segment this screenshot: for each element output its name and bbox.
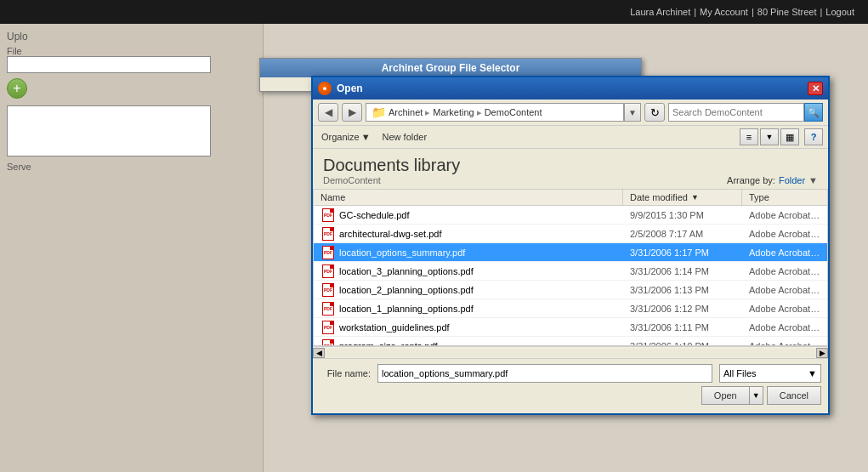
file-path-field[interactable] <box>7 56 211 73</box>
horizontal-scrollbar[interactable]: ◀ ▶ <box>313 346 828 358</box>
cancel-button[interactable]: Cancel <box>767 386 821 405</box>
file-name-cell: GC-schedule.pdf <box>336 210 623 220</box>
file-date-cell: 3/31/2006 1:12 PM <box>623 304 742 314</box>
search-icon-button[interactable]: 🔍 <box>804 103 823 122</box>
file-rows-container: PDF GC-schedule.pdf 9/9/2015 1:30 PM Ado… <box>314 206 827 346</box>
path-chevron-2: ▸ <box>477 107 482 118</box>
file-date-cell: 3/31/2006 1:11 PM <box>623 322 742 333</box>
pdf-icon: PDF <box>321 302 336 316</box>
back-button[interactable]: ◀ <box>318 103 338 122</box>
search-input[interactable] <box>672 107 800 117</box>
file-list-scroll-area[interactable] <box>7 105 211 156</box>
top-navigation-bar: Laura Archinet | My Account | 80 Pine St… <box>0 0 868 24</box>
file-name-cell: program_size_rents.pdf <box>336 341 623 347</box>
file-row[interactable]: PDF workstation_guidelines.pdf 3/31/2006… <box>314 318 827 337</box>
refresh-button[interactable]: ↻ <box>644 103 665 122</box>
scroll-right-button[interactable]: ▶ <box>816 348 828 358</box>
open-dialog-title-text: Open <box>337 82 363 94</box>
column-header-type[interactable]: Type <box>742 190 827 205</box>
pdf-icon: PDF <box>321 246 336 259</box>
upload-label: Uplo <box>7 31 256 43</box>
file-type-cell: Adobe Acrobat Do <box>742 210 827 220</box>
file-row[interactable]: PDF location_2_planning_options.pdf 3/31… <box>314 281 827 299</box>
file-row[interactable]: PDF location_3_planning_options.pdf 3/31… <box>314 262 827 281</box>
file-name-cell: architectural-dwg-set.pdf <box>336 229 623 239</box>
file-row[interactable]: PDF GC-schedule.pdf 9/9/2015 1:30 PM Ado… <box>314 206 827 225</box>
scroll-left-button[interactable]: ◀ <box>313 348 325 358</box>
open-dialog-icon: ● <box>318 82 332 95</box>
close-button[interactable]: ✕ <box>808 82 823 95</box>
organize-chevron-icon: ▼ <box>361 132 371 142</box>
my-account-link[interactable]: My Account <box>700 7 748 17</box>
library-info: Documents library DemoContent <box>323 156 460 185</box>
help-button[interactable]: ? <box>804 128 823 145</box>
view-buttons-group: ≡ ▼ ▦ <box>740 128 799 145</box>
file-date-cell: 3/31/2006 1:17 PM <box>623 247 742 258</box>
file-name-input[interactable] <box>377 364 712 383</box>
windows-open-dialog: ● Open ✕ ◀ ▶ 📁 Archinet ▸ Marketing <box>311 76 830 415</box>
arrange-by-value[interactable]: Folder <box>779 175 805 185</box>
separator-1: | <box>694 7 696 17</box>
open-dialog-titlebar: ● Open ✕ <box>313 77 828 100</box>
file-name-cell: workstation_guidelines.pdf <box>336 322 623 333</box>
file-row[interactable]: PDF location_1_planning_options.pdf 3/31… <box>314 299 827 318</box>
add-file-button[interactable]: + <box>7 78 27 99</box>
open-dialog-title-area: ● Open <box>318 82 363 95</box>
file-row[interactable]: PDF program_size_rents.pdf 3/31/2006 1:1… <box>314 337 827 346</box>
library-header: Documents library DemoContent Arrange by… <box>313 149 828 189</box>
file-date-cell: 3/31/2006 1:14 PM <box>623 266 742 276</box>
search-box <box>668 103 804 122</box>
pdf-icon: PDF <box>321 339 336 347</box>
server-label: Serve <box>7 162 256 172</box>
path-level2: DemoContent <box>485 107 542 117</box>
file-date-cell: 2/5/2008 7:17 AM <box>623 229 742 239</box>
file-type-cell: Adobe Acrobat Do <box>742 247 827 258</box>
file-type-dropdown-icon: ▼ <box>808 368 817 378</box>
details-view-button[interactable]: ▦ <box>780 128 799 145</box>
list-view-button[interactable]: ≡ <box>740 128 758 145</box>
file-date-cell: 3/31/2006 1:13 PM <box>623 285 742 295</box>
file-type-dropdown[interactable]: All Files ▼ <box>719 364 821 383</box>
location-link[interactable]: 80 Pine Street <box>757 7 817 17</box>
path-root: Archinet <box>389 107 423 117</box>
file-name-cell: location_2_planning_options.pdf <box>336 285 623 295</box>
file-type-cell: Adobe Acrobat Do <box>742 266 827 276</box>
logout-link[interactable]: Logout <box>825 7 854 17</box>
file-list-header: Name Date modified ▼ Type <box>314 190 827 206</box>
path-bar: 📁 Archinet ▸ Marketing ▸ DemoContent <box>366 103 624 122</box>
user-name: Laura Archinet <box>630 7 690 17</box>
file-name-label: File name: <box>320 368 371 378</box>
organize-button[interactable]: Organize ▼ <box>318 130 374 144</box>
library-subtitle: DemoContent <box>323 175 460 185</box>
organize-label: Organize <box>321 132 360 142</box>
file-date-cell: 3/31/2006 1:10 PM <box>623 341 742 347</box>
file-row[interactable]: PDF location_options_summary.pdf 3/31/20… <box>314 243 827 262</box>
file-type-value: All Files <box>723 368 757 378</box>
open-button[interactable]: Open <box>701 386 750 405</box>
open-dropdown-button[interactable]: ▼ <box>750 386 763 405</box>
file-type-cell: Adobe Acrobat Do <box>742 341 827 347</box>
folder-icon: 📁 <box>372 105 386 119</box>
file-row[interactable]: PDF architectural-dwg-set.pdf 2/5/2008 7… <box>314 225 827 243</box>
path-dropdown-button[interactable]: ▼ <box>624 103 641 122</box>
pdf-icon: PDF <box>321 283 336 297</box>
column-header-date[interactable]: Date modified ▼ <box>623 190 742 205</box>
pdf-icon: PDF <box>321 227 336 241</box>
file-list-container[interactable]: Name Date modified ▼ Type PDF GC-schedul… <box>313 189 828 346</box>
archinet-file-selector-dialog: Archinet Group File Selector ● Open ✕ ◀ … <box>259 58 642 92</box>
forward-button[interactable]: ▶ <box>342 103 362 122</box>
file-name-cell: location_1_planning_options.pdf <box>336 304 623 314</box>
file-type-cell: Adobe Acrobat Do <box>742 285 827 295</box>
separator-3: | <box>820 7 822 17</box>
background-content: Uplo File + Serve Archinet Group File Se… <box>0 24 868 472</box>
file-type-cell: Adobe Acrobat Do <box>742 322 827 333</box>
file-name-cell: location_options_summary.pdf <box>336 247 623 258</box>
view-dropdown-button[interactable]: ▼ <box>760 128 779 145</box>
new-folder-button[interactable]: New folder <box>379 130 431 144</box>
arrange-dropdown-icon[interactable]: ▼ <box>808 175 818 185</box>
column-header-name[interactable]: Name <box>314 190 623 205</box>
file-type-cell: Adobe Acrobat Do <box>742 304 827 314</box>
path-level1: Marketing <box>433 107 474 117</box>
navigation-toolbar: ◀ ▶ 📁 Archinet ▸ Marketing ▸ DemoContent… <box>313 100 828 126</box>
search-area: 🔍 <box>668 103 823 122</box>
